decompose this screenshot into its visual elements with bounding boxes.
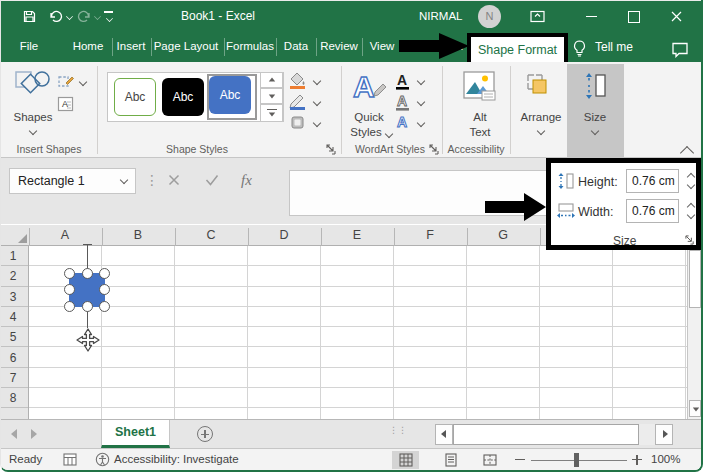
tab-tell-me[interactable]: Tell me bbox=[595, 40, 633, 54]
shape-style-thumb-3[interactable]: Abc bbox=[209, 76, 251, 114]
sheet-nav-right-icon[interactable] bbox=[31, 429, 37, 439]
hscroll-thumb[interactable] bbox=[453, 424, 639, 445]
shape-handle-s[interactable] bbox=[82, 301, 93, 312]
column-header-a[interactable]: A bbox=[61, 228, 69, 242]
hscroll-track[interactable] bbox=[639, 424, 655, 445]
edit-shape-chevron-icon[interactable] bbox=[79, 78, 87, 86]
maximize-button[interactable] bbox=[628, 11, 640, 23]
text-outline-icon[interactable]: A bbox=[395, 93, 411, 111]
macro-record-icon[interactable] bbox=[63, 453, 77, 466]
view-normal-button[interactable] bbox=[392, 451, 419, 469]
text-box-icon[interactable]: A bbox=[57, 96, 74, 112]
shape-effects-icon[interactable] bbox=[289, 114, 307, 131]
vertical-scrollbar-thumb[interactable] bbox=[689, 250, 701, 308]
row-header-2[interactable]: 2 bbox=[1, 269, 25, 283]
select-all-corner[interactable] bbox=[18, 234, 27, 243]
hscroll-left-button[interactable] bbox=[435, 424, 453, 445]
new-sheet-button[interactable] bbox=[197, 426, 213, 442]
shape-styles-scroll-down[interactable] bbox=[260, 88, 283, 104]
name-box[interactable]: Rectangle 1 bbox=[9, 168, 136, 194]
redo-icon[interactable] bbox=[77, 10, 91, 23]
sheet-tab-sheet1[interactable]: Sheet1 bbox=[101, 420, 170, 448]
zoom-slider-thumb[interactable] bbox=[574, 453, 579, 467]
row-header-8[interactable]: 8 bbox=[1, 391, 25, 405]
tab-home[interactable]: Home bbox=[73, 40, 104, 52]
comment-icon[interactable] bbox=[671, 42, 689, 58]
column-header-f[interactable]: F bbox=[426, 228, 434, 242]
status-accessibility[interactable]: Accessibility: Investigate bbox=[114, 453, 239, 465]
sheet-grid[interactable] bbox=[29, 246, 687, 419]
shapes-button[interactable]: Shapes bbox=[13, 111, 52, 123]
redo-dropdown-icon[interactable] bbox=[94, 13, 101, 20]
insert-function-icon[interactable]: fx bbox=[241, 172, 252, 189]
sheet-nav-left-icon[interactable] bbox=[11, 429, 17, 439]
shape-outline-icon[interactable] bbox=[289, 93, 307, 110]
tab-formulas[interactable]: Formulas bbox=[226, 40, 274, 52]
shape-handle-e[interactable] bbox=[99, 284, 110, 295]
row-header-1[interactable]: 1 bbox=[1, 249, 25, 263]
shape-handle-se[interactable] bbox=[99, 301, 110, 312]
row-header-3[interactable]: 3 bbox=[1, 290, 25, 304]
tab-view[interactable]: View bbox=[370, 40, 395, 52]
vertical-scrollbar[interactable] bbox=[687, 225, 701, 419]
arrange-button[interactable]: Arrange bbox=[521, 111, 562, 123]
wordart-dialog-launcher-icon[interactable] bbox=[429, 144, 440, 155]
shape-style-thumb-2[interactable]: Abc bbox=[162, 78, 204, 116]
shape-styles-scroll-up[interactable] bbox=[260, 72, 283, 88]
tab-file[interactable]: File bbox=[20, 40, 39, 52]
enter-icon[interactable] bbox=[205, 174, 219, 186]
avatar[interactable]: N bbox=[478, 5, 501, 28]
zoom-slider-track[interactable] bbox=[531, 460, 627, 461]
shape-effects-chevron-icon[interactable] bbox=[313, 119, 321, 127]
text-effects-chevron-icon[interactable] bbox=[417, 119, 425, 127]
shape-fill-icon[interactable] bbox=[289, 72, 307, 89]
text-outline-chevron-icon[interactable] bbox=[417, 98, 425, 106]
text-fill-icon[interactable]: A bbox=[395, 72, 411, 90]
shape-styles-more[interactable] bbox=[260, 104, 283, 122]
ribbon-display-options-icon[interactable] bbox=[530, 9, 545, 23]
text-effects-icon[interactable]: A bbox=[395, 114, 411, 132]
minimize-button[interactable] bbox=[586, 16, 597, 17]
column-header-c[interactable]: C bbox=[206, 228, 215, 242]
width-input[interactable]: 0.76 cm bbox=[626, 199, 679, 223]
shape-fill-chevron-icon[interactable] bbox=[313, 77, 321, 85]
text-fill-chevron-icon[interactable] bbox=[417, 77, 425, 85]
tab-insert[interactable]: Insert bbox=[117, 40, 146, 52]
shape-handle-n[interactable] bbox=[82, 268, 93, 279]
width-spin-down[interactable] bbox=[687, 211, 695, 219]
qat-more-icon[interactable] bbox=[104, 11, 113, 13]
close-button[interactable] bbox=[671, 11, 682, 22]
row-header-4[interactable]: 4 bbox=[1, 310, 25, 324]
shape-handle-nw[interactable] bbox=[64, 268, 75, 279]
view-page-break-button[interactable] bbox=[476, 451, 503, 469]
user-name[interactable]: NIRMAL bbox=[419, 0, 462, 32]
alt-text-label-2[interactable]: Text bbox=[469, 126, 490, 138]
column-header-g[interactable]: G bbox=[498, 228, 508, 242]
view-page-layout-button[interactable] bbox=[437, 451, 464, 469]
row-header-5[interactable]: 5 bbox=[1, 330, 25, 344]
tab-page-layout[interactable]: Page Layout bbox=[154, 40, 219, 52]
column-header-d[interactable]: D bbox=[279, 228, 288, 242]
size-dialog-launcher-icon[interactable] bbox=[685, 235, 695, 245]
quick-styles-label-2[interactable]: Styles bbox=[350, 126, 381, 138]
hscroll-right-button[interactable] bbox=[655, 424, 673, 445]
name-box-resizer[interactable]: ⋮ bbox=[145, 173, 159, 188]
undo-dropdown-icon[interactable] bbox=[66, 13, 73, 20]
tab-review[interactable]: Review bbox=[320, 40, 358, 52]
zoom-out-button[interactable] bbox=[515, 459, 525, 460]
row-header-7[interactable]: 7 bbox=[1, 371, 25, 385]
tabbar-resizer[interactable]: ⋮⋮ bbox=[389, 428, 407, 433]
shape-handle-w[interactable] bbox=[64, 284, 75, 295]
shape-handle-sw[interactable] bbox=[64, 301, 75, 312]
undo-icon[interactable] bbox=[49, 10, 63, 23]
column-header-e[interactable]: E bbox=[353, 228, 361, 242]
height-spin-down[interactable] bbox=[687, 181, 695, 189]
accessibility-checker-icon[interactable] bbox=[95, 452, 110, 467]
shape-outline-chevron-icon[interactable] bbox=[313, 98, 321, 106]
shape-style-thumb-1[interactable]: Abc bbox=[114, 78, 156, 116]
quick-styles-label-1[interactable]: Quick bbox=[354, 111, 383, 123]
column-header-b[interactable]: B bbox=[134, 228, 142, 242]
shape-handle-ne[interactable] bbox=[99, 268, 110, 279]
zoom-level[interactable]: 100% bbox=[651, 453, 680, 465]
vertical-scroll-down-button[interactable] bbox=[689, 400, 701, 417]
